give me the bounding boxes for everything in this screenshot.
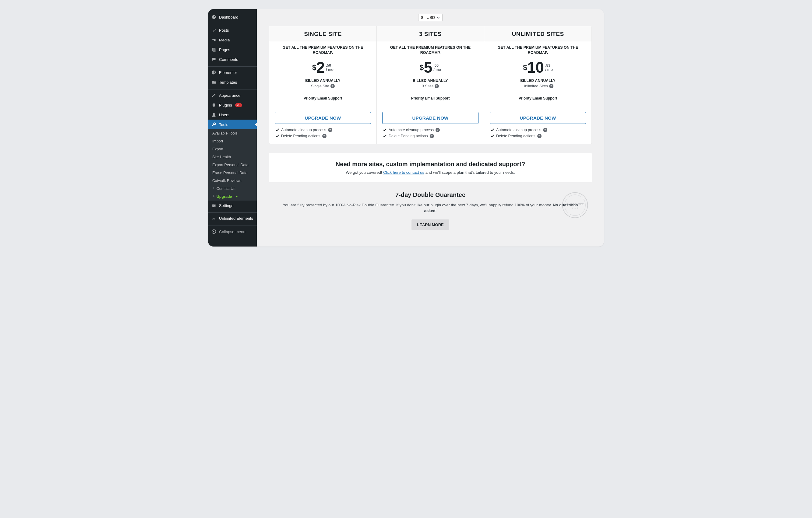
svg-text:GUARANTEE: GUARANTEE — [566, 203, 584, 206]
sidebar-item-users[interactable]: Users — [208, 110, 257, 120]
sidebar-item-unlimited[interactable]: UE Unlimited Elements — [208, 214, 257, 223]
svg-text:UE: UE — [212, 217, 215, 220]
plan-title: SINGLE SITE — [269, 26, 376, 41]
sub-export-personal[interactable]: Export Personal Data — [208, 161, 257, 169]
label: Tools — [219, 122, 228, 127]
price-per: / mo — [433, 67, 441, 72]
chevron-down-icon — [437, 16, 440, 19]
learn-more-button[interactable]: LEARN MORE — [411, 219, 449, 230]
check-icon — [490, 134, 494, 138]
sidebar-item-comments[interactable]: Comments — [208, 55, 257, 64]
svg-point-14 — [212, 204, 213, 205]
svg-text:★ ★ ★: ★ ★ ★ — [572, 206, 578, 209]
sidebar-collapse[interactable]: Collapse menu — [208, 227, 257, 237]
separator — [208, 211, 257, 213]
separator — [208, 88, 257, 89]
help-icon[interactable]: ? — [322, 134, 326, 138]
price-row: $ 10 .83 / mo — [484, 58, 591, 78]
upgrade-button[interactable]: UPGRADE NOW — [490, 112, 586, 124]
feature-row: Automate cleanup process ? — [490, 127, 585, 133]
sub-site-health[interactable]: Site Health — [208, 153, 257, 161]
feature-row: Automate cleanup process ? — [276, 127, 370, 133]
contact-box: Need more sites, custom implementation a… — [269, 153, 592, 182]
sidebar-item-media[interactable]: Media — [208, 35, 257, 45]
sidebar-item-plugins[interactable]: Plugins 28 — [208, 100, 257, 110]
sidebar-item-pages[interactable]: Pages — [208, 45, 257, 55]
currency-select[interactable]: $ - USD — [418, 14, 442, 21]
label: Dashboard — [219, 15, 238, 20]
help-icon[interactable]: ? — [543, 128, 547, 132]
ue-icon: UE — [211, 216, 216, 221]
elementor-icon — [211, 70, 216, 75]
contact-link[interactable]: Click here to contact us — [383, 170, 424, 175]
plan-features: Automate cleanup process ? Delete Pendin… — [377, 124, 484, 139]
separator — [208, 224, 257, 226]
folder-icon — [211, 80, 216, 85]
admin-sidebar: Dashboard Posts Media Pages Comments Ele… — [208, 9, 257, 246]
label: Collapse menu — [219, 230, 245, 234]
sidebar-item-templates[interactable]: Templates — [208, 77, 257, 87]
pages-icon — [211, 47, 216, 52]
check-icon — [383, 134, 387, 138]
help-icon[interactable]: ? — [328, 128, 332, 132]
plan-title: UNLIMITED SITES — [484, 26, 591, 41]
label: Unlimited Elements — [219, 216, 253, 221]
help-icon[interactable]: ? — [436, 128, 440, 132]
plan-tagline: GET ALL THE PREMIUM FEATURES ON THE ROAD… — [484, 41, 591, 58]
sub-available-tools[interactable]: Available Tools — [208, 129, 257, 137]
price-meta: .50 / mo — [326, 63, 334, 72]
sub-upgrade[interactable]: └Upgrade ➤ — [208, 193, 257, 201]
dashboard-icon — [211, 14, 216, 20]
svg-rect-4 — [213, 49, 215, 52]
feature-row: Delete Pending actions ? — [276, 133, 370, 139]
collapse-icon — [211, 229, 216, 234]
upgrade-button[interactable]: UPGRADE NOW — [382, 112, 478, 124]
price-decimal: .50 — [326, 63, 331, 67]
guarantee-stamp-icon: GUARANTEE ★ ★ ★ — [561, 191, 589, 219]
upgrade-button[interactable]: UPGRADE NOW — [275, 112, 371, 124]
help-icon[interactable]: ? — [430, 134, 434, 138]
sub-erase-personal[interactable]: Erase Personal Data — [208, 169, 257, 177]
sidebar-item-elementor[interactable]: Elementor — [208, 67, 257, 77]
check-icon — [490, 128, 494, 132]
svg-point-18 — [212, 230, 216, 234]
feature-row: Delete Pending actions ? — [490, 133, 585, 139]
feature-row: Automate cleanup process ? — [383, 127, 478, 133]
check-icon — [276, 134, 279, 138]
sub-export[interactable]: Export — [208, 145, 257, 153]
support-text: Priority Email Support — [269, 96, 376, 100]
price-per: / mo — [326, 67, 334, 72]
label: Posts — [219, 28, 229, 33]
app-window: Dashboard Posts Media Pages Comments Ele… — [208, 9, 604, 246]
label: Plugins — [219, 103, 232, 108]
plan-column: SINGLE SITE GET ALL THE PREMIUM FEATURES… — [269, 26, 377, 144]
plug-icon — [211, 102, 216, 108]
sidebar-item-posts[interactable]: Posts — [208, 25, 257, 35]
plan-column: 3 SITES GET ALL THE PREMIUM FEATURES ON … — [377, 26, 484, 144]
help-icon[interactable]: ? — [549, 84, 553, 88]
sidebar-item-dashboard[interactable]: Dashboard — [208, 12, 257, 22]
comment-icon — [211, 57, 216, 62]
sub-catwalk[interactable]: Catwalk Reviews — [208, 177, 257, 185]
sidebar-item-tools[interactable]: Tools — [208, 120, 257, 129]
main-content: $ - USD SINGLE SITE GET ALL THE PREMIUM … — [257, 9, 604, 246]
sub-import[interactable]: Import — [208, 137, 257, 145]
site-line: Single Site ? — [269, 84, 376, 88]
svg-point-15 — [214, 205, 215, 206]
contact-text: We got you covered! Click here to contac… — [275, 170, 586, 175]
contact-title: Need more sites, custom implementation a… — [275, 161, 586, 168]
sidebar-item-settings[interactable]: Settings — [208, 201, 257, 210]
sub-contact[interactable]: └Contact Us — [208, 185, 257, 193]
help-icon[interactable]: ? — [330, 84, 335, 88]
help-icon[interactable]: ? — [435, 84, 439, 88]
site-line: 3 Sites ? — [377, 84, 484, 88]
label: Elementor — [219, 70, 237, 75]
media-icon — [211, 37, 216, 42]
currency-label: $ - USD — [421, 15, 435, 20]
label: Pages — [219, 48, 230, 52]
sidebar-item-appearance[interactable]: Appearance — [208, 90, 257, 100]
guarantee-title: 7-day Double Guarantee — [281, 191, 580, 199]
help-icon[interactable]: ? — [537, 134, 542, 138]
svg-rect-7 — [214, 71, 215, 72]
label: Comments — [219, 57, 238, 62]
